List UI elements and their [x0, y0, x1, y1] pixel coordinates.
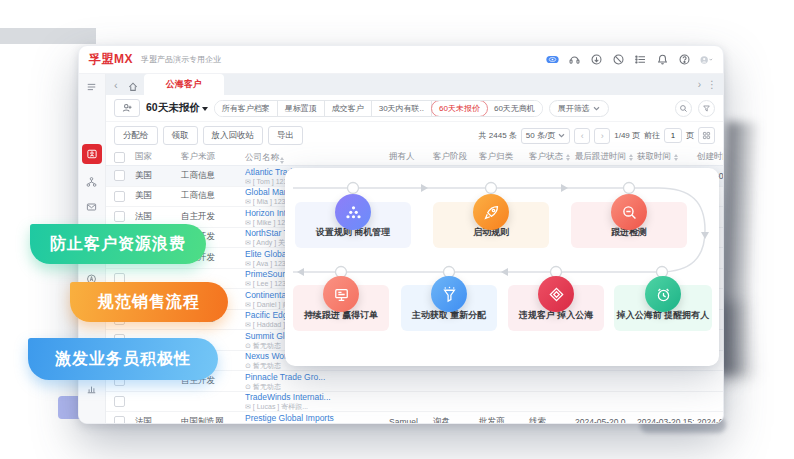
- table-row[interactable]: 法国中国制造网Prestige Global Imports✉ [ Samuel…: [106, 412, 723, 423]
- select-all-checkbox[interactable]: [114, 152, 125, 163]
- opportunity-icon: [335, 194, 371, 230]
- column-header-5: 客户归类: [476, 151, 526, 163]
- toolbar-button-0[interactable]: 分配给: [114, 126, 158, 145]
- toolbar-button-3[interactable]: 导出: [268, 126, 303, 145]
- workflow-step-top-1: 启动规则: [433, 202, 549, 248]
- filter-funnel-icon[interactable]: [698, 100, 715, 117]
- company-note: ✉ [ Lucas ] 寄样跟...: [245, 402, 383, 411]
- search-icon[interactable]: [675, 100, 692, 117]
- total-count: 共 2445 条: [479, 130, 517, 141]
- row-checkbox[interactable]: [114, 191, 125, 202]
- caret-down-icon: [202, 107, 208, 111]
- row-checkbox[interactable]: [114, 396, 125, 407]
- expand-filter-button[interactable]: 展开筛选: [549, 100, 609, 117]
- topbar-icons: [546, 53, 713, 66]
- help-circle-icon[interactable]: [678, 53, 691, 66]
- column-header-8: 获取时间: [634, 151, 694, 163]
- goto-page-input[interactable]: 1: [664, 128, 682, 143]
- column-header-2: 公司名称: [242, 151, 386, 164]
- workflow-step-label: 违规客户 掉入公海: [519, 309, 594, 331]
- company-link[interactable]: TradeWinds Internati...: [245, 392, 383, 402]
- cell-company: Prestige Global Imports✉ [ Samuel ] 测试(0…: [242, 412, 386, 423]
- workflow-step-top-2: 跟进检测: [571, 202, 687, 248]
- more-vert-icon[interactable]: ⋮: [707, 79, 717, 90]
- sidebar-chart-icon[interactable]: [86, 381, 99, 394]
- brand-logo: 孚盟MX: [89, 51, 133, 68]
- list-icon[interactable]: [634, 53, 647, 66]
- workflow-card: 设置规则 商机管理启动规则跟进检测持续跟进 赢得订单主动获取 重新分配违规客户 …: [285, 168, 719, 366]
- action-toolbar: 分配给领取放入回收站导出 共 2445 条 50 条/页 ‹ › 1/49 页 …: [106, 122, 723, 149]
- cell-category: 批发商: [476, 416, 526, 423]
- company-note: ⊙ 暂无动态: [245, 382, 383, 391]
- alarm-icon: [645, 276, 681, 312]
- sort-icon[interactable]: [629, 154, 633, 161]
- view-selector[interactable]: 60天未报价: [146, 101, 208, 115]
- headset-icon[interactable]: [568, 53, 581, 66]
- bell-icon[interactable]: [656, 53, 669, 66]
- row-checkbox[interactable]: [114, 170, 125, 181]
- tab-scroll-icon[interactable]: ›: [698, 79, 701, 90]
- column-header-7: 最后跟进时间: [572, 151, 634, 163]
- prev-page-button[interactable]: ‹: [574, 128, 590, 144]
- sidebar-mail-icon[interactable]: [86, 199, 99, 212]
- quick-filter-1[interactable]: 星标置顶: [278, 101, 325, 116]
- blocked-circle-icon[interactable]: [612, 53, 625, 66]
- contact-add-icon[interactable]: [114, 99, 140, 117]
- cell-source: 自主开发: [178, 211, 242, 223]
- avatar[interactable]: [700, 53, 713, 66]
- sort-icon[interactable]: [566, 154, 570, 161]
- workflow-step-bottom-3: 掉入公海前 提醒拥有人: [614, 285, 712, 331]
- brand-subtitle: 孚盟产品演示专用企业: [141, 54, 221, 65]
- funnel-icon: [431, 276, 467, 312]
- column-header-4: 客户阶段: [430, 151, 476, 163]
- sidebar-org-icon[interactable]: [86, 174, 99, 187]
- workflow-step-top-0: 设置规则 商机管理: [295, 202, 411, 248]
- workflow-step-bottom-0: 持续跟进 赢得订单: [293, 285, 389, 331]
- row-checkbox[interactable]: [114, 211, 125, 222]
- table-header-row: 国家客户来源公司名称拥有人客户阶段客户归类客户状态最后跟进时间获取时间创建时间公…: [106, 149, 723, 166]
- page-size-select[interactable]: 50 条/页: [521, 128, 570, 144]
- background-strip: [0, 28, 96, 44]
- filter-bar: 60天未报价 所有客户档案星标置顶成交客户30天内有联..60天未报价60天无商…: [106, 95, 723, 122]
- cell-source: 工商信息: [178, 190, 242, 202]
- tab-bar: ‹ 公海客户 ›⋮: [106, 74, 723, 95]
- company-link[interactable]: Pinnacle Trade Gro...: [245, 372, 383, 382]
- eye-badge-icon[interactable]: [546, 53, 559, 66]
- column-settings-icon[interactable]: [698, 127, 715, 144]
- cell-source: 中国制造网: [178, 416, 242, 423]
- quick-filter-4[interactable]: 60天未报价: [431, 100, 488, 117]
- sort-icon[interactable]: [280, 157, 284, 164]
- sidebar-customer-card-icon[interactable]: [82, 144, 102, 164]
- workflow-step-label: 主动获取 重新分配: [412, 309, 487, 331]
- home-icon[interactable]: [127, 79, 139, 91]
- cell-source: 工商信息: [178, 170, 242, 182]
- monitor-icon: [323, 276, 359, 312]
- cell-company: Pinnacle Trade Gro...⊙ 暂无动态: [242, 371, 386, 391]
- cell-country: 法国: [132, 211, 178, 223]
- tab-public-customers[interactable]: 公海客户: [144, 74, 224, 95]
- column-header-1: 客户来源: [178, 151, 242, 163]
- download-circle-icon[interactable]: [590, 53, 603, 66]
- cell-country: 美国: [132, 190, 178, 202]
- workflow-step-bottom-1: 主动获取 重新分配: [401, 285, 497, 331]
- back-chevron-icon[interactable]: ‹: [110, 79, 122, 91]
- toolbar-button-2[interactable]: 放入回收站: [203, 126, 264, 145]
- cell-stage: 询盘: [430, 416, 476, 423]
- quick-filter-3[interactable]: 30天内有联..: [372, 101, 432, 116]
- ribbon-standardize-sales: 规范销售流程: [70, 282, 228, 322]
- goto-label: 前往: [644, 130, 660, 141]
- quick-filter-5[interactable]: 60天无商机: [487, 101, 542, 116]
- quick-filter-0[interactable]: 所有客户档案: [215, 101, 278, 116]
- toolbar-button-1[interactable]: 领取: [163, 126, 198, 145]
- next-page-button[interactable]: ›: [594, 128, 610, 144]
- quick-filter-2[interactable]: 成交客户: [325, 101, 372, 116]
- cell-owner: Samuel: [386, 417, 430, 423]
- table-row[interactable]: TradeWinds Internati...✉ [ Lucas ] 寄样跟..…: [106, 392, 723, 413]
- sidebar-menu-icon[interactable]: [86, 79, 99, 92]
- cell-country: 美国: [132, 170, 178, 182]
- workflow-step-bottom-2: 违规客户 掉入公海: [508, 285, 604, 331]
- sort-icon[interactable]: [674, 154, 678, 161]
- pagination: 共 2445 条 50 条/页 ‹ › 1/49 页 前往 1 页: [479, 127, 715, 144]
- row-checkbox[interactable]: [114, 416, 125, 423]
- company-link[interactable]: Prestige Global Imports: [245, 413, 383, 423]
